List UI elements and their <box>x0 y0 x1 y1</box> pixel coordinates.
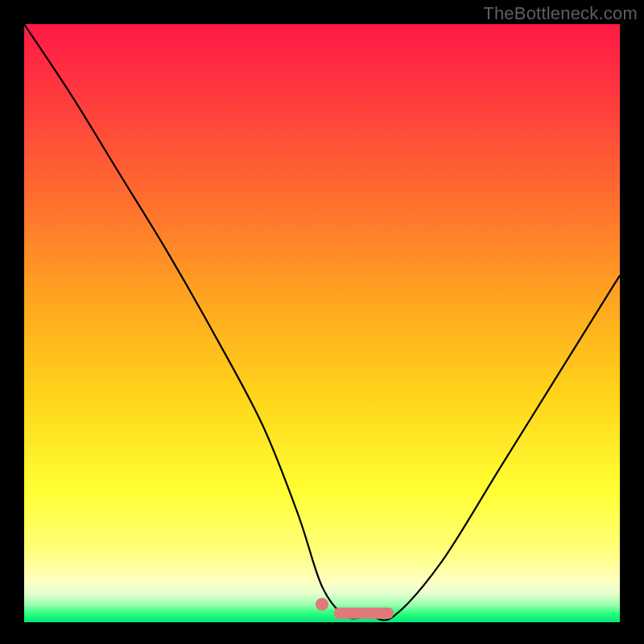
watermark-text: TheBottleneck.com <box>483 3 638 24</box>
optimal-band-marker <box>334 608 394 619</box>
chart-frame: TheBottleneck.com <box>0 0 644 644</box>
bottleneck-curve-svg <box>24 24 620 622</box>
current-config-dot <box>316 598 328 611</box>
plot-area <box>24 24 620 622</box>
bottleneck-curve <box>24 24 620 621</box>
